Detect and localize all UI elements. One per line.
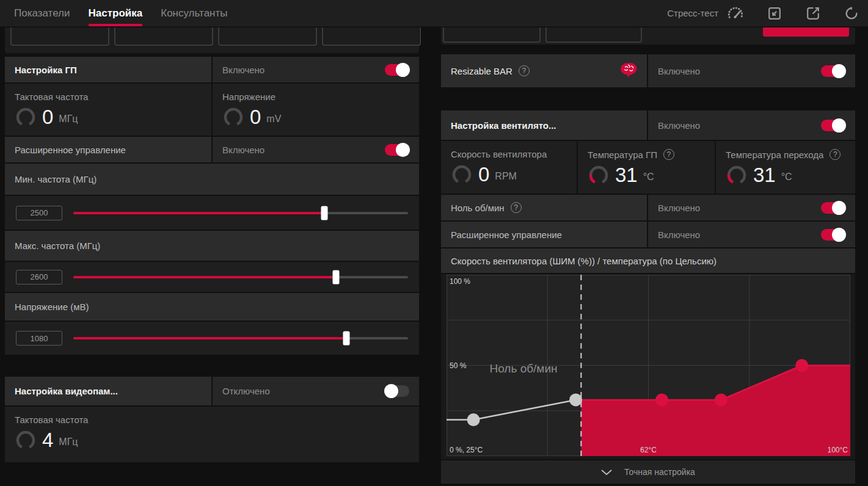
- max-frequency-input[interactable]: [16, 270, 62, 285]
- fan-chart-title: Скорость вентилятора (ШИМ (%)) / темпера…: [451, 256, 717, 266]
- max-frequency-slider-handle[interactable]: [333, 270, 340, 284]
- zero-rpm-toggle[interactable]: [821, 202, 845, 214]
- y-axis-tick-label: 50 %: [450, 361, 467, 370]
- fan-curve-svg[interactable]: 100 %50 %0 %, 25°C62°C100°CНоль об/мин: [447, 275, 850, 456]
- fan-tuning-title: Настройка вентилято...: [451, 120, 556, 131]
- voltage-label-cell: Напряжение (мВ): [5, 293, 419, 321]
- min-frequency-label: Мин. частота (МГц): [15, 174, 97, 184]
- gpu-temp-label: Температура ГП: [588, 150, 657, 160]
- gpu-advanced-toggle[interactable]: [385, 144, 409, 156]
- fan-advanced-status-cell: Включено: [648, 222, 855, 247]
- vram-clock-label: Тактовая частота: [15, 415, 88, 425]
- vram-clock-gauge: Тактовая частота 4 МГц: [5, 407, 419, 462]
- toggle-knob: [832, 64, 846, 78]
- fan-speed-unit: RPM: [495, 167, 517, 182]
- gpu-clock-value: 0: [42, 106, 53, 129]
- preset-button-4[interactable]: [322, 27, 421, 46]
- tab-advisors[interactable]: Консультанты: [161, 0, 227, 26]
- gpu-clock-unit: МГц: [59, 110, 78, 125]
- toggle-knob: [832, 118, 846, 132]
- min-frequency-input[interactable]: [16, 206, 62, 220]
- reset-icon[interactable]: [844, 5, 859, 21]
- fan-curve-point[interactable]: [467, 413, 480, 426]
- voltage-input[interactable]: [16, 331, 62, 346]
- resizable-bar-help-icon[interactable]: ?: [519, 65, 530, 76]
- fan-speed-label: Скорость вентилятора: [451, 149, 547, 159]
- load-profile-icon[interactable]: [767, 5, 782, 21]
- junction-temp-help-icon[interactable]: ?: [830, 149, 841, 160]
- tab-metrics-label: Показатели: [14, 7, 70, 20]
- gpu-advanced-label: Расширенное управление: [15, 145, 126, 155]
- slider-fill: [73, 212, 324, 214]
- gpu-voltage-value: 0: [250, 106, 261, 129]
- vram-clock-value: 4: [42, 429, 53, 452]
- gauge-arc-icon: [15, 429, 37, 451]
- tab-strip: Показатели Настройка Консультанты: [0, 0, 228, 26]
- fan-tuning-toggle[interactable]: [821, 120, 845, 131]
- gauge-arc-icon: [726, 164, 748, 186]
- tab-tuning[interactable]: Настройка: [89, 0, 143, 26]
- fan-speed-value: 0: [478, 163, 489, 186]
- toggle-knob: [384, 384, 398, 398]
- gpu-advanced-status-cell: Включено: [213, 137, 419, 162]
- vram-tuning-toggle[interactable]: [385, 385, 409, 397]
- resizable-bar-toggle[interactable]: [821, 65, 845, 77]
- max-frequency-slider[interactable]: [73, 276, 408, 278]
- toggle-knob: [396, 143, 410, 157]
- fine-tuning-expander[interactable]: Точная настройка: [441, 460, 855, 484]
- fan-advanced-toggle[interactable]: [821, 229, 845, 241]
- fan-curve-point[interactable]: [655, 393, 668, 406]
- fan-tuning-status: Включено: [658, 120, 700, 131]
- resizable-bar-status-cell: Включено: [648, 54, 855, 87]
- min-frequency-slider[interactable]: [73, 212, 408, 214]
- gauge-arc-icon: [15, 106, 37, 128]
- voltage-slider-label: Напряжение (мВ): [15, 302, 89, 312]
- min-frequency-label-cell: Мин. частота (МГц): [5, 164, 419, 195]
- resizable-bar-title: Resizable BAR: [451, 66, 512, 76]
- fan-tuning-status-cell: Включено: [648, 111, 855, 140]
- fan-curve-chart[interactable]: 100 %50 %0 %, 25°C62°C100°CНоль об/мин: [441, 274, 855, 459]
- gpu-voltage-gauge: Напряжение 0 mV: [213, 84, 419, 136]
- gpu-tuning-title: Настройка ГП: [15, 65, 77, 75]
- max-frequency-label-cell: Макс. частота (МГц): [5, 231, 419, 261]
- zero-rpm-status: Включено: [658, 203, 700, 213]
- fan-curve-point[interactable]: [715, 393, 728, 406]
- share-profile-icon[interactable]: [805, 5, 821, 21]
- toggle-knob: [396, 63, 410, 77]
- fan-curve-point[interactable]: [569, 393, 582, 406]
- gpu-tuning-panel: Настройка ГП Включено Тактовая частота 0…: [5, 57, 419, 355]
- fan-curve-point[interactable]: [795, 359, 808, 372]
- vram-tuning-status: Отключено: [222, 386, 270, 396]
- gpu-advanced-status: Включено: [222, 145, 264, 155]
- preset-button-5[interactable]: [443, 27, 541, 43]
- preset-button-6[interactable]: [545, 27, 642, 43]
- stress-test-gauge-icon[interactable]: [727, 6, 744, 21]
- zero-rpm-status-cell: Включено: [648, 195, 855, 220]
- gpu-voltage-unit: mV: [266, 110, 281, 125]
- gauge-arc-icon: [222, 106, 244, 128]
- voltage-slider[interactable]: [73, 337, 408, 339]
- apply-button[interactable]: [763, 27, 849, 37]
- gpu-temp-unit: °C: [643, 168, 654, 183]
- gpu-temp-help-icon[interactable]: ?: [663, 149, 674, 160]
- min-frequency-slider-handle[interactable]: [321, 206, 328, 220]
- vram-clock-unit: МГц: [59, 433, 78, 448]
- tab-metrics[interactable]: Показатели: [14, 0, 70, 26]
- x-axis-tick-label: 0 %, 25°C: [450, 446, 483, 454]
- preset-button-1[interactable]: [10, 27, 109, 46]
- preset-button-2[interactable]: [114, 27, 213, 46]
- junction-temp-label: Температура перехода: [726, 150, 823, 160]
- gpu-tuning-toggle[interactable]: [385, 64, 409, 76]
- y-axis-tick-label: 100 %: [450, 277, 470, 286]
- vram-tuning-title: Настройка видеопам...: [15, 386, 118, 396]
- voltage-slider-handle[interactable]: [343, 332, 349, 346]
- fan-advanced-status: Включено: [658, 230, 700, 240]
- fan-tuning-header: Настройка вентилято...: [441, 111, 647, 140]
- preset-button-3[interactable]: [218, 27, 317, 46]
- chevron-down-icon: [601, 470, 612, 475]
- fan-tuning-panel: Настройка вентилято... Включено Скорость…: [441, 111, 855, 484]
- slider-fill: [73, 337, 346, 339]
- zero-rpm-help-icon[interactable]: ?: [511, 202, 522, 213]
- fan-chart-title-cell: Скорость вентилятора (ШИМ (%)) / темпера…: [441, 248, 855, 273]
- gauge-arc-icon: [588, 164, 610, 186]
